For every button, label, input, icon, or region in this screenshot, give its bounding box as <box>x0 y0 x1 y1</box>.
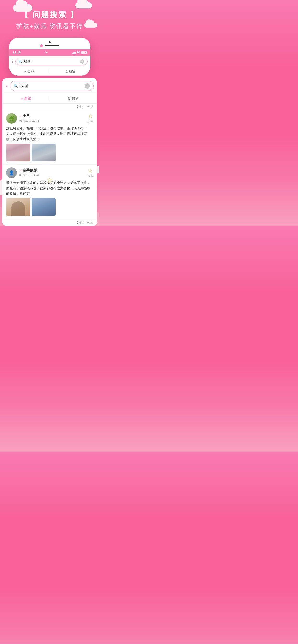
post2-avatar-img: 👤 <box>6 168 17 178</box>
post2-favorite-label: 收藏 <box>88 174 93 178</box>
main-search-text: 祛斑 <box>20 83 83 89</box>
phone-camera <box>49 42 51 43</box>
post2-image-silhouette <box>11 202 26 216</box>
post2-timestamp: 05月10日 14:41 <box>19 173 39 177</box>
phone-tab-latest[interactable]: ⇅ 最新 <box>50 67 91 76</box>
phone-search-text: 祛斑 <box>24 59 79 64</box>
post1-favorite-label: 收藏 <box>88 120 93 124</box>
post1-header: 🌿 ♀ 小爷 05月10日 13:45 ☆ 收藏 <box>6 113 93 124</box>
main-back-button[interactable]: ‹ <box>6 83 8 89</box>
phone-search-bar: ‹ 🔍 祛斑 × <box>9 56 90 67</box>
post1-avatar-icon: 🌿 <box>9 116 15 121</box>
post1-avatar: 🌿 <box>6 113 17 124</box>
signal-bar-3 <box>74 52 75 54</box>
post2-image-1 <box>6 198 30 216</box>
header-section: 【 问题搜索 】 护肤+娱乐 资讯看不停 <box>0 0 99 33</box>
post2-favorite-button[interactable]: ☆ 收藏 <box>88 168 93 178</box>
search-results-card: ‹ 🔍 祛斑 × ≡ 全部 ⇅ 最新 💬 0 👁 2 <box>3 78 97 226</box>
status-time: 11:18 <box>13 50 21 54</box>
location-icon: ➤ <box>45 50 48 54</box>
post1-view-icon: 👁 <box>87 105 90 108</box>
post1-timestamp: 05月10日 13:45 <box>19 119 39 123</box>
main-search-bar: ‹ 🔍 祛斑 × <box>3 78 97 94</box>
post1-comment-icon: 💬 <box>77 105 81 108</box>
main-search-icon: 🔍 <box>14 84 18 88</box>
post1-gender-icon: ♀ <box>19 114 22 118</box>
post1-user-details: ♀ 小爷 05月10日 13:45 <box>19 114 39 123</box>
phone-search-icon: 🔍 <box>19 60 23 64</box>
post2-user-details: ♀ 左手倒影 05月10日 14:41 <box>19 168 39 177</box>
dot-line <box>45 45 59 46</box>
post2-view-count: 👁 9 <box>87 221 93 224</box>
phone-back-button[interactable]: ‹ <box>12 59 14 64</box>
status-bar: 11:18 ➤ 4G <box>9 49 90 56</box>
post2-avatar-icon: 👤 <box>9 170 14 176</box>
post2-comment-count: 💬 0 <box>77 221 83 224</box>
main-tab-latest[interactable]: ⇅ 最新 <box>50 94 97 103</box>
signal-bar-2 <box>73 52 74 54</box>
main-tab-all[interactable]: ≡ 全部 <box>3 94 50 103</box>
post-item-1: 🌿 ♀ 小爷 05月10日 13:45 ☆ 收藏 这祛斑霜刚开始用，不知道有没有… <box>3 110 97 164</box>
phone-search-input[interactable]: 🔍 祛斑 × <box>15 58 88 66</box>
post1-star-icon: ☆ <box>88 113 93 119</box>
post2-comment-icon: 💬 <box>77 221 81 224</box>
post2-image-2 <box>32 198 56 216</box>
signal-bar-4 <box>75 52 76 54</box>
post1-image-2 <box>32 144 56 162</box>
post1-content: 这祛斑霜刚开始用，不知道有没有效果，雀斑淡了有一点，使用这个很温和，不刺激皮肤，… <box>6 126 93 142</box>
phone-tab-latest-icon: ⇅ <box>65 70 68 73</box>
post1-username: 小爷 <box>23 114 30 118</box>
main-clear-button[interactable]: × <box>85 84 90 89</box>
phone-tab-latest-label: 最新 <box>69 69 75 74</box>
main-tabs: ≡ 全部 ⇅ 最新 <box>3 94 97 104</box>
phone-tab-all[interactable]: ≡ 全部 <box>9 67 50 76</box>
main-tab-all-icon: ≡ <box>21 96 23 100</box>
phone-dots <box>40 44 59 47</box>
post2-gender-icon: ♀ <box>19 169 22 172</box>
post2-star-icon: ☆ <box>88 168 93 174</box>
phone-mockup: 11:18 ➤ 4G ‹ 🔍 祛斑 × ≡ 全部 <box>9 38 90 76</box>
post2-images <box>6 198 93 216</box>
post2-view-number: 9 <box>91 221 93 224</box>
battery-fill <box>82 52 85 53</box>
main-tab-latest-icon: ⇅ <box>68 96 71 101</box>
post-item-2: 👤 ♀ 左手倒影 05月10日 14:41 ☆ 收藏 脸上长斑用了很多的办法和民… <box>3 164 97 219</box>
dot-pink <box>40 44 43 47</box>
post1-favorite-button[interactable]: ☆ 收藏 <box>88 113 93 124</box>
network-type: 4G <box>77 51 80 54</box>
page-subtitle: 护肤+娱乐 资讯看不停 <box>5 22 95 30</box>
post1-view-count: 👁 2 <box>87 105 93 108</box>
post1-user-name-row: ♀ 小爷 <box>19 114 39 118</box>
status-right: 4G <box>72 51 87 54</box>
post1-view-number: 2 <box>91 105 93 108</box>
post1-comment-count: 💬 0 <box>77 105 83 108</box>
post1-user-info: 🌿 ♀ 小爷 05月10日 13:45 <box>6 113 39 124</box>
main-search-input[interactable]: 🔍 祛斑 × <box>10 81 94 91</box>
post2-user-name-row: ♀ 左手倒影 <box>19 168 39 173</box>
phone-tab-all-icon: ≡ <box>25 70 27 73</box>
battery-icon <box>81 51 87 54</box>
phone-top-bar <box>9 40 90 49</box>
post2-username: 左手倒影 <box>23 168 37 173</box>
floating-star-icon: ☆ <box>47 176 53 184</box>
post1-comment-number: 0 <box>82 105 83 108</box>
post1-images <box>6 144 93 162</box>
post2-meta-row: 💬 0 👁 9 <box>3 219 97 226</box>
phone-clear-button[interactable]: × <box>80 60 84 64</box>
post1-image-1 <box>6 144 30 162</box>
phone-tabs: ≡ 全部 ⇅ 最新 <box>9 67 90 76</box>
main-tab-all-label: 全部 <box>24 96 31 101</box>
signal-bars <box>72 51 76 54</box>
post1-avatar-img: 🌿 <box>6 113 17 124</box>
post1-meta-row: 💬 0 👁 2 <box>3 104 97 110</box>
signal-bar-1 <box>72 53 73 54</box>
page-title: 【 问题搜索 】 <box>5 10 95 20</box>
post2-comment-number: 0 <box>82 221 83 224</box>
post2-user-info: 👤 ♀ 左手倒影 05月10日 14:41 <box>6 168 39 178</box>
post2-avatar: 👤 <box>6 168 17 178</box>
post2-view-icon: 👁 <box>87 221 90 224</box>
main-tab-latest-label: 最新 <box>72 96 79 101</box>
phone-tab-all-label: 全部 <box>28 69 34 74</box>
